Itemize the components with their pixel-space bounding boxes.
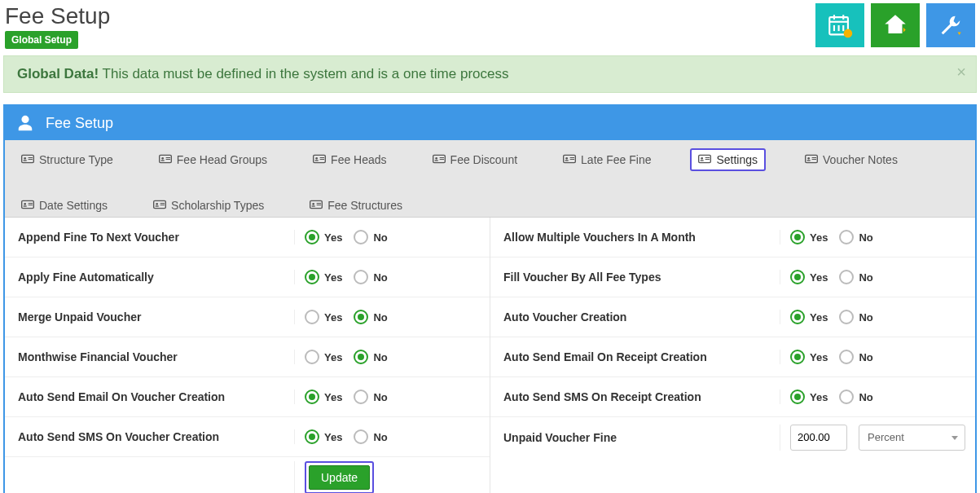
home-download-button[interactable] xyxy=(871,3,920,47)
tab-label: Settings xyxy=(716,153,758,166)
setting-row: Append Fine To Next VoucherYesNo xyxy=(5,218,490,258)
select-value: Percent xyxy=(868,431,904,443)
svg-rect-51 xyxy=(160,203,165,204)
setting-controls: YesNo xyxy=(294,350,490,364)
svg-rect-47 xyxy=(29,205,33,205)
setting-row: Auto Send Email On Voucher CreationYesNo xyxy=(5,377,490,417)
radio-no[interactable]: No xyxy=(354,390,387,404)
setting-label: Append Fine To Next Voucher xyxy=(5,231,294,244)
panel-header: Fee Setup xyxy=(5,106,975,140)
card-icon xyxy=(313,153,326,167)
tab-fee-head-groups[interactable]: Fee Head Groups xyxy=(152,148,274,171)
alert-strong: Global Data! xyxy=(17,66,99,81)
alert-text: This data must be defined in the system … xyxy=(99,66,508,81)
setting-row: Allow Multiple Vouchers In A MonthYesNo xyxy=(490,218,975,258)
radio-no[interactable]: No xyxy=(354,230,387,244)
svg-rect-50 xyxy=(156,205,159,206)
tab-settings[interactable]: Settings xyxy=(690,148,766,171)
tools-button[interactable] xyxy=(926,3,975,47)
card-icon xyxy=(159,153,172,167)
setting-row: Apply Fine AutomaticallyYesNo xyxy=(5,258,490,297)
setting-label: Auto Send SMS On Receipt Creation xyxy=(490,390,780,403)
tab-fee-structures[interactable]: Fee Structures xyxy=(303,194,409,217)
svg-rect-32 xyxy=(570,159,574,160)
page-header: Fee Setup Global Setup xyxy=(0,0,980,55)
unpaid-fine-unit-select[interactable]: Percent xyxy=(859,425,965,451)
unpaid-voucher-fine-controls: Percent xyxy=(780,425,975,451)
tab-voucher-notes[interactable]: Voucher Notes xyxy=(798,148,904,171)
radio-no[interactable]: No xyxy=(354,429,387,444)
svg-rect-37 xyxy=(705,159,710,160)
card-icon xyxy=(805,153,818,167)
card-icon xyxy=(433,153,446,167)
radio-circle-icon xyxy=(354,270,368,284)
radio-yes-label: Yes xyxy=(324,391,342,403)
radio-yes[interactable]: Yes xyxy=(790,270,828,284)
tab-label: Structure Type xyxy=(39,153,113,166)
svg-point-14 xyxy=(161,157,164,160)
card-icon xyxy=(698,153,711,167)
tab-label: Fee Heads xyxy=(331,153,386,166)
tab-date-settings[interactable]: Date Settings xyxy=(15,194,114,217)
svg-rect-20 xyxy=(315,160,319,161)
radio-no[interactable]: No xyxy=(839,310,872,324)
radio-yes[interactable]: Yes xyxy=(790,310,828,324)
radio-no-label: No xyxy=(373,271,387,284)
radio-yes[interactable]: Yes xyxy=(790,350,828,364)
radio-yes-label: Yes xyxy=(324,351,342,363)
svg-rect-27 xyxy=(439,159,443,160)
radio-yes-label: Yes xyxy=(810,311,828,324)
radio-no[interactable]: No xyxy=(354,270,387,284)
setting-row: Fill Voucher By All Fee TypesYesNo xyxy=(490,258,975,297)
radio-yes[interactable]: Yes xyxy=(305,390,342,404)
wrench-icon xyxy=(937,11,965,39)
radio-yes-label: Yes xyxy=(810,271,828,284)
radio-yes[interactable]: Yes xyxy=(305,270,342,284)
svg-rect-40 xyxy=(807,160,811,161)
radio-circle-icon xyxy=(790,350,805,364)
setting-controls: YesNo xyxy=(294,310,490,324)
global-data-alert: Global Data! This data must be defined i… xyxy=(3,55,977,93)
tab-scholarship-types[interactable]: Scholarship Types xyxy=(147,194,270,217)
tab-label: Late Fee Fine xyxy=(581,153,651,166)
calendar-setup-button[interactable] xyxy=(815,3,864,47)
setting-controls: YesNo xyxy=(780,230,975,244)
radio-no[interactable]: No xyxy=(839,230,872,244)
radio-yes[interactable]: Yes xyxy=(305,350,342,364)
radio-no-label: No xyxy=(859,231,872,244)
radio-no[interactable]: No xyxy=(839,390,872,404)
unpaid-fine-amount-input[interactable] xyxy=(790,425,847,451)
radio-no-label: No xyxy=(373,391,387,403)
svg-rect-11 xyxy=(29,157,33,158)
radio-circle-icon xyxy=(305,390,319,404)
setting-row: Auto Voucher CreationYesNo xyxy=(490,297,975,337)
tab-fee-discount[interactable]: Fee Discount xyxy=(426,148,524,171)
svg-rect-55 xyxy=(312,205,315,206)
setting-label: Merge Unpaid Voucher xyxy=(5,310,294,324)
tab-late-fee-fine[interactable]: Late Fee Fine xyxy=(556,148,657,171)
radio-yes-label: Yes xyxy=(324,271,342,284)
radio-yes[interactable]: Yes xyxy=(790,390,828,404)
alert-close-button[interactable]: × xyxy=(956,63,966,81)
radio-yes[interactable]: Yes xyxy=(305,230,342,244)
radio-yes[interactable]: Yes xyxy=(305,429,342,444)
radio-yes[interactable]: Yes xyxy=(305,310,342,324)
radio-no[interactable]: No xyxy=(354,350,387,364)
tab-structure-type[interactable]: Structure Type xyxy=(15,148,120,171)
radio-yes[interactable]: Yes xyxy=(790,230,828,244)
update-button[interactable]: Update xyxy=(309,465,370,490)
svg-point-9 xyxy=(24,157,26,160)
radio-no[interactable]: No xyxy=(354,310,387,324)
tab-fee-heads[interactable]: Fee Heads xyxy=(306,148,393,171)
radio-circle-icon xyxy=(354,230,368,244)
setting-row: Monthwise Financial VoucherYesNo xyxy=(5,337,490,377)
radio-yes-label: Yes xyxy=(810,351,828,363)
radio-no[interactable]: No xyxy=(839,350,872,364)
svg-rect-10 xyxy=(24,160,27,161)
user-icon xyxy=(16,114,34,132)
radio-no[interactable]: No xyxy=(839,270,872,284)
svg-point-39 xyxy=(807,157,810,160)
radio-circle-icon xyxy=(305,310,319,324)
setting-controls: YesNo xyxy=(294,429,490,444)
page-title: Fee Setup xyxy=(5,3,110,29)
